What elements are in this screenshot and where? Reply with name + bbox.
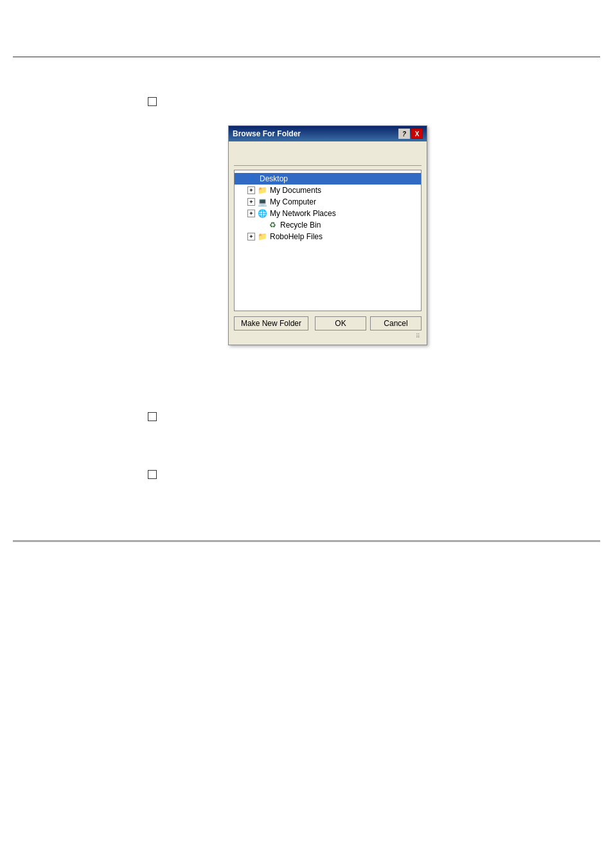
expander-my-computer[interactable]: + — [247, 198, 255, 206]
desktop-icon: 🖥 — [247, 174, 257, 184]
top-divider — [13, 57, 600, 57]
tree-item-my-network-places[interactable]: + 🌐 My Network Places — [235, 208, 421, 219]
expander-robohelp-files[interactable]: + — [247, 233, 255, 240]
folder-icon-my-documents: 📁 — [257, 185, 267, 195]
tree-label-desktop: Desktop — [260, 174, 288, 183]
expander-spacer-recycle — [258, 221, 265, 229]
network-icon: 🌐 — [257, 208, 267, 219]
tree-item-desktop[interactable]: 🖥 Desktop — [235, 173, 421, 185]
folder-icon-robohelp: 📁 — [257, 231, 267, 242]
dialog-footer: Make New Folder OK Cancel — [234, 316, 422, 333]
tree-label-my-computer: My Computer — [270, 197, 316, 206]
tree-label-recycle-bin: Recycle Bin — [280, 221, 321, 230]
computer-icon: 💻 — [257, 197, 267, 207]
browse-for-folder-dialog: Browse For Folder ? X 🖥 Desktop + 📁 My D… — [228, 125, 427, 345]
tree-item-my-computer[interactable]: + 💻 My Computer — [235, 196, 421, 208]
resize-handle[interactable]: ⠿ — [234, 333, 422, 339]
tree-item-my-documents[interactable]: + 📁 My Documents — [235, 185, 421, 196]
expander-spacer-desktop — [237, 175, 245, 183]
make-new-folder-button[interactable]: Make New Folder — [234, 316, 308, 330]
dialog-body: 🖥 Desktop + 📁 My Documents + 💻 My Comput… — [229, 141, 427, 345]
tree-label-my-documents: My Documents — [270, 186, 321, 195]
dialog-info-area — [234, 147, 422, 166]
tree-label-my-network-places: My Network Places — [270, 209, 336, 218]
close-button[interactable]: X — [411, 129, 423, 139]
tree-item-robohelp-files[interactable]: + 📁 RoboHelp Files — [235, 231, 421, 242]
checkbox-2[interactable] — [148, 412, 157, 421]
bullet-item-3 — [148, 469, 163, 479]
dialog-titlebar: Browse For Folder ? X — [229, 126, 427, 141]
recycle-icon: ♻ — [267, 220, 278, 230]
cancel-button[interactable]: Cancel — [370, 316, 422, 330]
tree-label-robohelp-files: RoboHelp Files — [270, 232, 323, 241]
tree-item-recycle-bin[interactable]: ♻ Recycle Bin — [235, 219, 421, 231]
checkbox-1[interactable] — [148, 97, 157, 106]
help-button[interactable]: ? — [398, 129, 410, 139]
expander-my-network-places[interactable]: + — [247, 210, 255, 217]
checkbox-3[interactable] — [148, 470, 157, 479]
dialog-title: Browse For Folder — [233, 129, 301, 138]
ok-cancel-group: OK Cancel — [315, 316, 422, 330]
bullet-item-1 — [148, 96, 163, 106]
expander-my-documents[interactable]: + — [247, 186, 255, 194]
bullet-item-2 — [148, 411, 163, 421]
titlebar-buttons: ? X — [398, 129, 423, 139]
folder-tree[interactable]: 🖥 Desktop + 📁 My Documents + 💻 My Comput… — [234, 170, 422, 311]
bottom-divider — [13, 540, 600, 542]
ok-button[interactable]: OK — [315, 316, 366, 330]
